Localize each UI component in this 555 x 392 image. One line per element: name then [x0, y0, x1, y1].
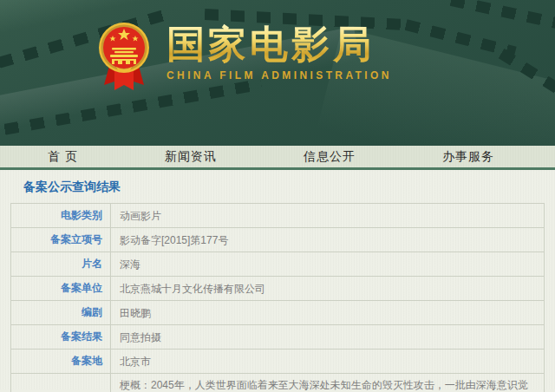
table-row-registration-number: 备案立项号 影动备字[2015]第177号: [11, 228, 545, 252]
table-row-registration-place: 备案地 北京市: [11, 350, 545, 374]
film-sprocket-row: [450, 0, 555, 29]
site-brand: 国家电影局 CHINA FILM ADMINISTRATION: [97, 21, 392, 95]
nav-item-services[interactable]: 办事服务: [442, 149, 494, 165]
page-title: 备案公示查询结果: [23, 180, 555, 195]
row-label: 电影类别: [11, 204, 111, 228]
site-title: 国家电影局: [166, 23, 392, 66]
row-label: 备案地: [11, 350, 111, 374]
table-row-film-category: 电影类别 动画影片: [11, 204, 545, 228]
row-label: 梗概: [11, 374, 111, 392]
table-row-registration-result: 备案结果 同意拍摄: [11, 325, 545, 350]
china-national-emblem-icon: [97, 21, 151, 95]
content-area: 备案公示查询结果 电影类别 动画影片 备案立项号 影动备字[2015]第177号…: [0, 170, 555, 389]
row-value: 深海: [111, 252, 545, 277]
row-value: 北京燕城十月文化传播有限公司: [111, 277, 545, 301]
header-banner: 国家电影局 CHINA FILM ADMINISTRATION: [0, 0, 555, 146]
row-value: 田晓鹏: [111, 301, 545, 325]
table-row-film-title: 片名 深海: [11, 252, 545, 277]
row-label: 备案结果: [11, 325, 111, 350]
row-value: 梗概：2045年，人类世界面临着来至大海深处未知生命的毁灭性攻击，一批由深海意识…: [111, 374, 545, 392]
main-navigation: 首 页 新闻资讯 信息公开 办事服务: [0, 146, 555, 170]
site-title-block: 国家电影局 CHINA FILM ADMINISTRATION: [166, 21, 392, 82]
row-value: 影动备字[2015]第177号: [111, 228, 545, 252]
row-label: 片名: [11, 252, 111, 277]
row-value: 动画影片: [111, 204, 545, 228]
nav-item-news[interactable]: 新闻资讯: [165, 149, 217, 165]
registration-result-table: 电影类别 动画影片 备案立项号 影动备字[2015]第177号 片名 深海 备案…: [10, 203, 545, 392]
site-subtitle: CHINA FILM ADMINISTRATION: [166, 69, 392, 82]
row-value: 北京市: [111, 350, 545, 374]
table-row-synopsis: 梗概 梗概：2045年，人类世界面临着来至大海深处未知生命的毁灭性攻击，一批由深…: [11, 374, 545, 392]
row-label: 备案立项号: [11, 228, 111, 252]
table-row-screenwriter: 编剧 田晓鹏: [11, 301, 545, 325]
row-label: 备案单位: [11, 277, 111, 301]
row-label: 编剧: [11, 301, 111, 325]
nav-item-home[interactable]: 首 页: [48, 149, 78, 165]
nav-item-info[interactable]: 信息公开: [304, 149, 356, 165]
table-row-registration-unit: 备案单位 北京燕城十月文化传播有限公司: [11, 277, 545, 301]
row-value: 同意拍摄: [111, 325, 545, 350]
